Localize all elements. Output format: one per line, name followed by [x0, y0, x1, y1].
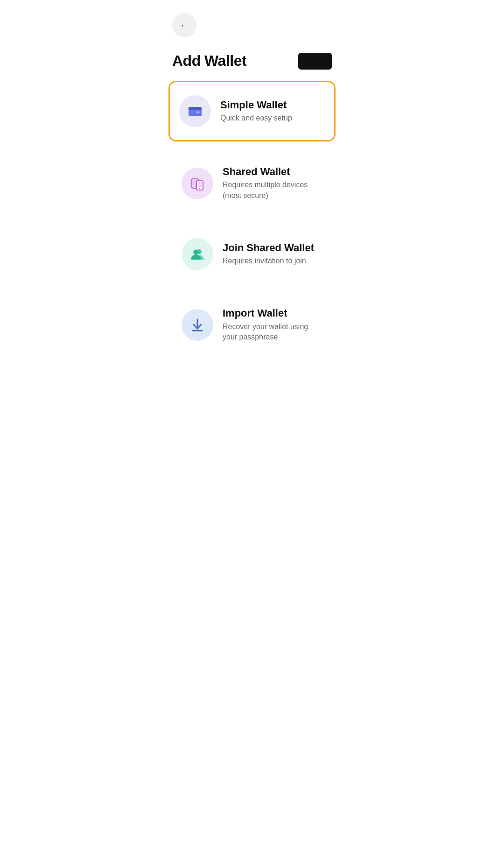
page-title: Add Wallet: [172, 52, 246, 70]
simple-wallet-name: Simple Wallet: [220, 99, 325, 111]
shared-wallet-name: Shared Wallet: [223, 166, 322, 178]
group-icon: [189, 246, 206, 262]
download-icon: [189, 317, 206, 333]
wallet-icon: [187, 103, 203, 120]
svg-point-6: [195, 186, 196, 187]
shared-wallet-info: Shared Wallet Requires multiple devices …: [223, 166, 322, 201]
shared-wallet-icon-circle: [182, 168, 213, 199]
join-shared-wallet-icon-circle: [182, 238, 213, 270]
svg-point-3: [197, 112, 198, 113]
simple-wallet-option[interactable]: Simple Wallet Quick and easy setup: [168, 81, 336, 141]
import-wallet-name: Import Wallet: [223, 307, 322, 319]
header-badge: [298, 53, 332, 70]
import-wallet-info: Import Wallet Recover your wallet using …: [223, 307, 322, 342]
simple-wallet-icon-circle: [179, 95, 211, 127]
svg-rect-1: [189, 107, 202, 110]
back-button[interactable]: ←: [172, 13, 196, 37]
back-arrow-icon: ←: [180, 21, 189, 30]
devices-icon: [189, 175, 206, 192]
simple-wallet-desc: Quick and easy setup: [220, 113, 325, 123]
shared-wallet-desc: Requires multiple devices (most secure): [223, 180, 322, 201]
import-wallet-option[interactable]: Import Wallet Recover your wallet using …: [170, 294, 334, 355]
import-wallet-icon-circle: [182, 309, 213, 341]
join-shared-wallet-info: Join Shared Wallet Requires invitation t…: [223, 242, 322, 267]
shared-wallet-option[interactable]: Shared Wallet Requires multiple devices …: [170, 153, 334, 214]
svg-point-9: [199, 188, 200, 189]
join-shared-wallet-name: Join Shared Wallet: [223, 242, 322, 254]
svg-point-11: [194, 250, 199, 255]
join-shared-wallet-option[interactable]: Join Shared Wallet Requires invitation t…: [170, 225, 334, 283]
join-shared-wallet-desc: Requires invitation to join: [223, 256, 322, 266]
svg-rect-8: [198, 182, 202, 187]
wallet-options-list: Simple Wallet Quick and easy setup Share…: [161, 70, 343, 355]
simple-wallet-info: Simple Wallet Quick and easy setup: [220, 99, 325, 124]
import-wallet-desc: Recover your wallet using your passphras…: [223, 322, 322, 343]
header-row: Add Wallet: [161, 41, 343, 70]
